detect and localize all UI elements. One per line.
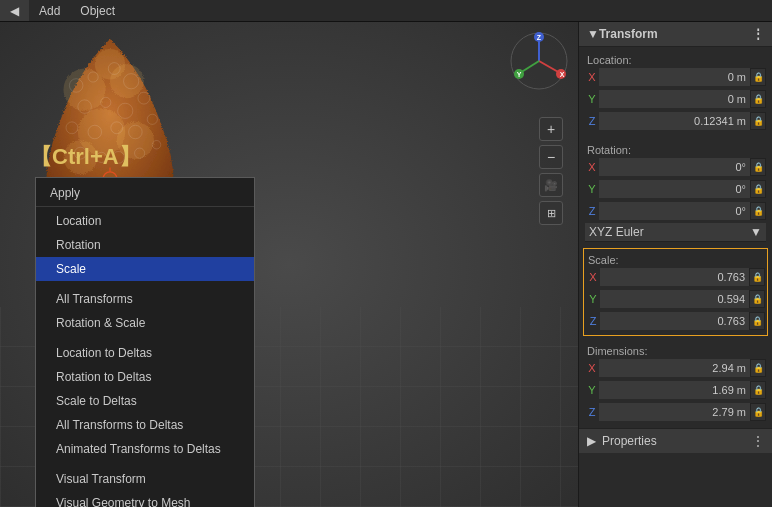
transform-section-dots: ⋮	[752, 27, 764, 41]
location-z-row: Z 🔒	[585, 111, 766, 131]
rotation-y-input[interactable]	[599, 180, 750, 198]
location-y-row: Y 🔒	[585, 89, 766, 109]
dimensions-group: Dimensions: X 🔒 Y 🔒 Z 🔒	[579, 338, 772, 428]
svg-text:X: X	[560, 71, 565, 78]
scale-y-input[interactable]	[600, 290, 749, 308]
xyz-euler-row[interactable]: XYZ Euler ▼	[585, 223, 766, 242]
rotation-group: Rotation: X 🔒 Y 🔒 Z 🔒 XYZ Euler ▼	[579, 137, 772, 246]
menu-item-rotation-deltas[interactable]: Rotation to Deltas	[36, 365, 254, 389]
rotation-y-axis: Y	[585, 183, 599, 195]
menu-item-location-deltas[interactable]: Location to Deltas	[36, 341, 254, 365]
properties-dots: ⋮	[752, 434, 764, 448]
menu-item-rotation[interactable]: Rotation	[36, 233, 254, 257]
rotation-label: Rotation:	[585, 141, 766, 157]
rotation-y-lock[interactable]: 🔒	[750, 180, 766, 198]
menu-title: Apply	[36, 180, 254, 207]
location-x-axis: X	[585, 71, 599, 83]
dimensions-x-lock[interactable]: 🔒	[750, 359, 766, 377]
scale-highlighted-section: Scale: X 🔒 Y 🔒 Z 🔒	[583, 248, 768, 336]
xyz-euler-dropdown-icon: ▼	[750, 225, 762, 239]
dimensions-z-axis: Z	[585, 406, 599, 418]
scale-z-lock[interactable]: 🔒	[749, 312, 765, 330]
topbar-back[interactable]: ◀	[0, 0, 29, 21]
camera-view-button[interactable]: 🎥	[539, 173, 563, 197]
location-label: Location:	[585, 51, 766, 67]
topbar-add[interactable]: Add	[29, 0, 70, 21]
dimensions-z-lock[interactable]: 🔒	[750, 403, 766, 421]
menu-item-rotation-scale[interactable]: Rotation & Scale	[36, 311, 254, 335]
shortcut-label: 【Ctrl+A】	[30, 142, 141, 172]
menu-item-all-transforms[interactable]: All Transforms	[36, 287, 254, 311]
zoom-out-button[interactable]: −	[539, 145, 563, 169]
scale-x-lock[interactable]: 🔒	[749, 268, 765, 286]
rotation-x-axis: X	[585, 161, 599, 173]
rotation-z-lock[interactable]: 🔒	[750, 202, 766, 220]
menu-item-location[interactable]: Location	[36, 209, 254, 233]
scale-y-row: Y 🔒	[586, 289, 765, 309]
dimensions-x-axis: X	[585, 362, 599, 374]
location-y-input[interactable]	[599, 90, 750, 108]
svg-text:Y: Y	[517, 71, 522, 78]
zoom-in-button[interactable]: +	[539, 117, 563, 141]
svg-text:Z: Z	[537, 34, 542, 41]
rotation-z-axis: Z	[585, 205, 599, 217]
transform-section-triangle: ▼	[587, 27, 599, 41]
menu-item-all-transforms-deltas[interactable]: All Transforms to Deltas	[36, 413, 254, 437]
scale-x-axis: X	[586, 271, 600, 283]
scale-z-input[interactable]	[600, 312, 749, 330]
rotation-x-input[interactable]	[599, 158, 750, 176]
apply-menu: Apply Location Rotation Scale All Transf…	[35, 177, 255, 507]
xyz-euler-label: XYZ Euler	[589, 225, 644, 239]
rotation-y-row: Y 🔒	[585, 179, 766, 199]
location-z-lock[interactable]: 🔒	[750, 112, 766, 130]
top-bar: ◀ Add Object	[0, 0, 772, 22]
properties-section-header[interactable]: ▶ Properties ⋮	[579, 428, 772, 453]
dimensions-y-axis: Y	[585, 384, 599, 396]
viewport: 【Ctrl+A】	[0, 22, 578, 507]
scale-y-lock[interactable]: 🔒	[749, 290, 765, 308]
menu-item-scale[interactable]: Scale	[36, 257, 254, 281]
scale-x-input[interactable]	[600, 268, 749, 286]
location-z-axis: Z	[585, 115, 599, 127]
dimensions-z-row: Z 🔒	[585, 402, 766, 422]
right-panel: ▼ Transform ⋮ Location: X 🔒 Y 🔒 Z 🔒 Rota…	[578, 22, 772, 507]
dimensions-label: Dimensions:	[585, 342, 766, 358]
dimensions-z-input[interactable]	[599, 403, 750, 421]
dimensions-x-row: X 🔒	[585, 358, 766, 378]
scale-label: Scale:	[586, 251, 765, 267]
menu-item-visual-transform[interactable]: Visual Transform	[36, 467, 254, 491]
scale-x-row: X 🔒	[586, 267, 765, 287]
location-x-lock[interactable]: 🔒	[750, 68, 766, 86]
transform-section-header[interactable]: ▼ Transform ⋮	[579, 22, 772, 47]
dimensions-x-input[interactable]	[599, 359, 750, 377]
location-y-lock[interactable]: 🔒	[750, 90, 766, 108]
location-group: Location: X 🔒 Y 🔒 Z 🔒	[579, 47, 772, 137]
location-y-axis: Y	[585, 93, 599, 105]
dimensions-y-input[interactable]	[599, 381, 750, 399]
scale-z-axis: Z	[586, 315, 600, 327]
dimensions-y-lock[interactable]: 🔒	[750, 381, 766, 399]
transform-section-title: Transform	[599, 27, 658, 41]
axis-gizmo[interactable]: Z X Y	[508, 30, 570, 92]
grid-view-button[interactable]: ⊞	[539, 201, 563, 225]
location-x-input[interactable]	[599, 68, 750, 86]
menu-item-scale-deltas[interactable]: Scale to Deltas	[36, 389, 254, 413]
dimensions-y-row: Y 🔒	[585, 380, 766, 400]
properties-triangle: ▶	[587, 434, 596, 448]
location-x-row: X 🔒	[585, 67, 766, 87]
menu-item-visual-geometry[interactable]: Visual Geometry to Mesh	[36, 491, 254, 507]
topbar-object[interactable]: Object	[70, 0, 125, 21]
location-z-input[interactable]	[599, 112, 750, 130]
rotation-x-lock[interactable]: 🔒	[750, 158, 766, 176]
properties-title: Properties	[602, 434, 657, 448]
menu-item-animated-transforms-deltas[interactable]: Animated Transforms to Deltas	[36, 437, 254, 461]
rotation-z-row: Z 🔒	[585, 201, 766, 221]
scale-y-axis: Y	[586, 293, 600, 305]
rotation-z-input[interactable]	[599, 202, 750, 220]
viewport-nav-buttons: + − 🎥 ⊞	[539, 117, 563, 225]
rotation-x-row: X 🔒	[585, 157, 766, 177]
scale-z-row: Z 🔒	[586, 311, 765, 331]
